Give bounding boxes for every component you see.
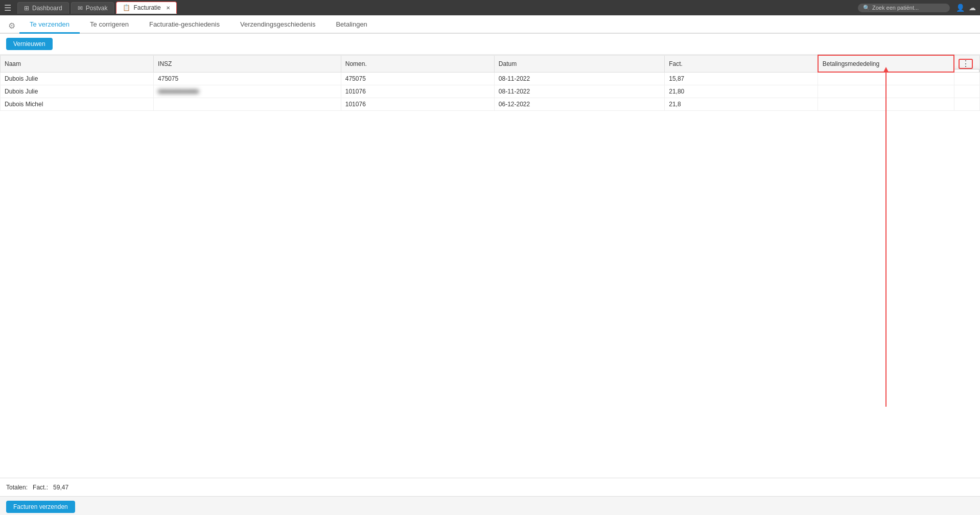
cell-actions	[954, 72, 979, 85]
vernieuwen-button[interactable]: Vernieuwen	[6, 38, 53, 50]
table-container[interactable]: Naam INSZ Nomen. Datum Fact. B	[0, 55, 980, 478]
cell-datum: 08-11-2022	[494, 85, 664, 98]
tab-dashboard-label: Dashboard	[32, 5, 62, 12]
col-header-nomen[interactable]: Nomen.	[341, 55, 494, 72]
red-arrow	[885, 72, 886, 407]
red-arrow-head	[883, 67, 889, 72]
cell-insz: ■■■■■■■■■■■	[154, 85, 341, 98]
facturatie-icon: 📋	[123, 4, 130, 11]
search-icon: 🔍	[863, 5, 870, 11]
cell-naam: Dubois Michel	[1, 98, 154, 110]
title-bar: ☰ ⊞ Dashboard ✉ Postvak 📋 Facturatie ✕ 🔍…	[0, 0, 980, 15]
sub-tabs-bar: ⚙ Te verzenden Te corrigeren Facturatie-…	[0, 15, 980, 34]
cell-actions	[954, 98, 979, 110]
tab-facturatie[interactable]: 📋 Facturatie ✕	[116, 2, 176, 14]
cell-insz: 475075	[154, 72, 341, 85]
subtab-te-corrigeren[interactable]: Te corrigeren	[80, 16, 139, 34]
fact-value: 59,47	[53, 484, 68, 491]
cell-nomen: 101076	[341, 85, 494, 98]
tab-postvak-label: Postvak	[86, 5, 108, 12]
tab-facturatie-label: Facturatie	[133, 4, 160, 11]
column-dropdown: Patiënt-ID✓Naam✓INSZ✓Nomen.✓DatumRdbStat…	[954, 69, 979, 73]
patient-search[interactable]: 🔍 Zoek een patiënt...	[858, 4, 950, 12]
bottom-toolbar: Facturen verzenden	[0, 496, 980, 515]
table-row[interactable]: Dubois Michel10107606-12-202221,8	[1, 98, 980, 110]
cloud-icon[interactable]: ☁	[969, 4, 976, 12]
facturen-verzenden-button[interactable]: Facturen verzenden	[6, 501, 75, 513]
cell-actions	[954, 85, 979, 98]
totals-label: Totalen:	[6, 484, 28, 491]
col-header-datum[interactable]: Datum	[494, 55, 664, 72]
cell-datum: 08-11-2022	[494, 72, 664, 85]
cell-naam: Dubois Julie	[1, 85, 154, 98]
subtab-verzendingsgeschiedenis[interactable]: Verzendingsgeschiedenis	[230, 16, 325, 34]
cell-fact: 21,80	[665, 85, 818, 98]
title-bar-icons: 👤 ☁	[956, 4, 976, 12]
postvak-icon: ✉	[78, 5, 83, 12]
cell-fact: 21,8	[665, 98, 818, 110]
col-header-insz[interactable]: INSZ	[154, 55, 341, 72]
subtab-facturatie-geschiedenis[interactable]: Facturatie-geschiedenis	[139, 16, 230, 34]
user-icon[interactable]: 👤	[956, 4, 965, 12]
main-content: Naam INSZ Nomen. Datum Fact. B	[0, 55, 980, 478]
cell-nomen: 475075	[341, 72, 494, 85]
dashboard-icon: ⊞	[24, 5, 29, 12]
cell-fact: 15,87	[665, 72, 818, 85]
hamburger-icon[interactable]: ☰	[4, 3, 11, 13]
cell-nomen: 101076	[341, 98, 494, 110]
dropdown-item-patient-id[interactable]: Patiënt-ID	[954, 69, 979, 73]
data-table: Naam INSZ Nomen. Datum Fact. B	[0, 55, 980, 111]
search-placeholder: Zoek een patiënt...	[872, 5, 919, 11]
main-toolbar: Vernieuwen	[0, 34, 980, 55]
settings-icon[interactable]: ⚙	[4, 19, 19, 33]
column-options-button[interactable]: ⋮	[959, 59, 973, 69]
footer: Totalen: Fact.: 59,47	[0, 478, 980, 496]
table-row[interactable]: Dubois Julie■■■■■■■■■■■10107608-11-20222…	[1, 85, 980, 98]
fact-label: Fact.:	[33, 484, 48, 491]
tab-postvak[interactable]: ✉ Postvak	[71, 2, 114, 14]
subtab-te-verzenden[interactable]: Te verzenden	[19, 16, 80, 34]
cell-naam: Dubois Julie	[1, 72, 154, 85]
table-row[interactable]: Dubois Julie47507547507508-11-202215,87	[1, 72, 980, 85]
tab-facturatie-close[interactable]: ✕	[166, 5, 170, 11]
tab-dashboard[interactable]: ⊞ Dashboard	[17, 2, 69, 14]
cell-datum: 06-12-2022	[494, 98, 664, 110]
subtab-betalingen[interactable]: Betalingen	[325, 16, 377, 34]
footer-totals: Totalen: Fact.: 59,47	[6, 484, 68, 491]
cell-insz	[154, 98, 341, 110]
col-header-actions: ⋮ Patiënt-ID✓Naam✓INSZ✓Nomen.✓DatumRdbSt…	[954, 55, 979, 72]
col-header-naam[interactable]: Naam	[1, 55, 154, 72]
col-header-fact[interactable]: Fact.	[665, 55, 818, 72]
